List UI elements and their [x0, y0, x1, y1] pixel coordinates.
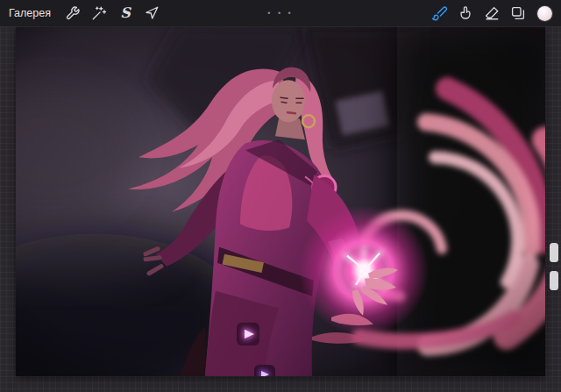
smudge-finger-icon — [458, 5, 473, 21]
erase-tool-button[interactable] — [479, 0, 505, 26]
paint-tools-group — [426, 0, 557, 26]
color-button[interactable] — [531, 0, 557, 26]
smudge-tool-button[interactable] — [452, 0, 479, 26]
brush-icon — [431, 5, 448, 22]
sidebar-handle-bottom[interactable] — [550, 271, 558, 290]
workspace-background — [0, 26, 561, 392]
eraser-icon — [484, 5, 500, 21]
multitask-dots[interactable]: • • • — [267, 0, 293, 26]
sidebar-handle-top[interactable] — [550, 243, 558, 262]
actions-button[interactable] — [60, 0, 86, 26]
wrench-icon — [65, 5, 81, 21]
transform-button[interactable] — [138, 0, 165, 26]
paint-tool-button[interactable] — [426, 0, 452, 26]
gallery-button[interactable]: Галерея — [0, 0, 60, 26]
sidebar-handles — [550, 243, 558, 290]
current-color-swatch — [537, 6, 552, 21]
adjustments-button[interactable] — [86, 0, 112, 26]
selection-button[interactable]: S — [112, 0, 138, 26]
magic-wand-icon — [91, 5, 107, 21]
transform-arrow-icon — [144, 5, 160, 21]
layers-icon — [510, 5, 526, 21]
top-toolbar: Галерея S • • • — [0, 0, 561, 26]
selection-s-icon: S — [120, 6, 131, 20]
layers-button[interactable] — [505, 0, 531, 26]
artwork-canvas[interactable] — [16, 27, 545, 376]
artwork-painting — [16, 27, 545, 376]
